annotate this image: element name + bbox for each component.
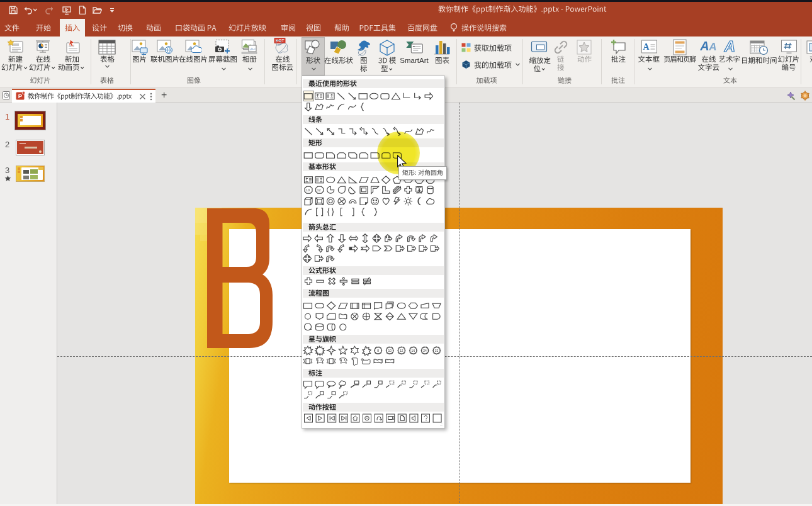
svg-text:P: P [18,93,23,99]
svg-text:16: 16 [412,349,415,352]
svg-text:10: 10 [388,349,392,352]
svg-text:A: A [699,39,709,53]
svg-text:A: A [723,38,735,55]
svg-text:A: A [643,42,650,52]
svg-text:24: 24 [423,349,427,352]
svg-text:A: A [708,41,716,53]
svg-text:32: 32 [435,349,439,352]
svg-text:8: 8 [377,349,379,352]
svg-text:12: 12 [400,349,403,352]
